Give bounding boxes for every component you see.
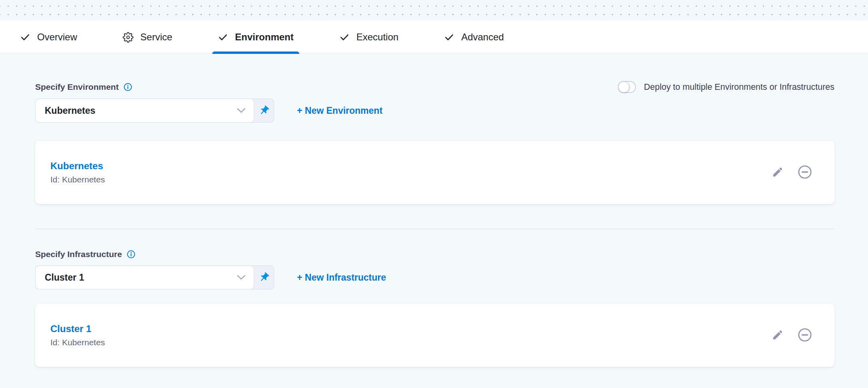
- tab-label: Service: [140, 32, 172, 43]
- infrastructure-card-id: Id: Kubernetes: [50, 338, 105, 347]
- specify-environment-label-text: Specify Environment: [35, 82, 119, 92]
- environment-select-trigger[interactable]: Kubernetes: [35, 99, 254, 123]
- minus-circle-icon: [798, 328, 812, 343]
- environment-tab-panel: Specify Environment Deploy to multiple E…: [0, 54, 868, 367]
- minus-circle-icon: [798, 165, 812, 180]
- section-divider: [35, 229, 834, 229]
- environment-card-id: Id: Kubernetes: [50, 175, 105, 184]
- pin-infrastructure-button[interactable]: [254, 266, 274, 289]
- infrastructure-select-value: Cluster 1: [45, 272, 84, 283]
- toggle-knob: [618, 81, 629, 93]
- multi-env-toggle[interactable]: [618, 81, 636, 93]
- infrastructure-section-head: Specify Infrastructure: [35, 248, 834, 260]
- infrastructure-card-title-link[interactable]: Cluster 1: [50, 323, 105, 335]
- infrastructure-picker-row: Cluster 1 + New Infrastructure: [35, 265, 834, 289]
- pencil-icon: [772, 166, 784, 179]
- specify-environment-label: Specify Environment: [35, 82, 132, 92]
- infrastructure-select: Cluster 1: [35, 265, 274, 289]
- tab-label: Environment: [235, 32, 294, 43]
- pipeline-canvas-strip: [0, 0, 868, 21]
- tab-advanced[interactable]: Advanced: [438, 21, 510, 53]
- environment-card-actions: [772, 165, 812, 180]
- check-icon: [339, 32, 350, 42]
- multi-env-toggle-label: Deploy to multiple Environments or Infra…: [644, 82, 834, 92]
- infrastructure-card-actions: [772, 328, 812, 343]
- tab-label: Execution: [356, 32, 398, 43]
- pin-environment-button[interactable]: [254, 99, 274, 122]
- check-icon: [444, 32, 454, 42]
- stage-tabbar: Overview Service Environment Execution A…: [0, 21, 868, 54]
- check-icon: [218, 32, 228, 42]
- edit-infrastructure-button[interactable]: [772, 329, 784, 342]
- check-icon: [20, 32, 30, 42]
- environment-picker-row: Kubernetes + New Environment: [35, 99, 834, 123]
- specify-infrastructure-label: Specify Infrastructure: [35, 249, 135, 259]
- infrastructure-card: Cluster 1 Id: Kubernetes: [35, 304, 834, 367]
- environment-card: Kubernetes Id: Kubernetes: [35, 141, 834, 204]
- tab-overview[interactable]: Overview: [14, 21, 83, 53]
- tab-service[interactable]: Service: [117, 21, 178, 53]
- remove-infrastructure-button[interactable]: [798, 328, 812, 343]
- edit-environment-button[interactable]: [772, 166, 784, 179]
- specify-infrastructure-label-text: Specify Infrastructure: [35, 249, 122, 259]
- chevron-down-icon: [237, 108, 246, 113]
- remove-environment-button[interactable]: [798, 165, 812, 180]
- tab-execution[interactable]: Execution: [334, 21, 404, 53]
- tab-label: Advanced: [461, 32, 504, 43]
- environment-section-head: Specify Environment Deploy to multiple E…: [35, 81, 834, 93]
- environment-select-value: Kubernetes: [45, 105, 96, 116]
- tab-environment[interactable]: Environment: [212, 21, 299, 53]
- environment-card-text: Kubernetes Id: Kubernetes: [50, 160, 105, 185]
- new-environment-link[interactable]: + New Environment: [297, 105, 382, 116]
- info-icon[interactable]: [127, 250, 135, 259]
- tab-label: Overview: [37, 32, 77, 43]
- infrastructure-select-trigger[interactable]: Cluster 1: [35, 265, 254, 289]
- infrastructure-card-text: Cluster 1 Id: Kubernetes: [50, 323, 105, 348]
- environment-select: Kubernetes: [35, 99, 274, 123]
- chevron-down-icon: [237, 275, 246, 280]
- pencil-icon: [772, 329, 784, 342]
- environment-card-title-link[interactable]: Kubernetes: [50, 160, 105, 172]
- info-icon[interactable]: [123, 83, 132, 91]
- gear-icon: [123, 32, 133, 43]
- new-infrastructure-link[interactable]: + New Infrastructure: [297, 272, 386, 283]
- multi-env-toggle-group: Deploy to multiple Environments or Infra…: [618, 81, 834, 93]
